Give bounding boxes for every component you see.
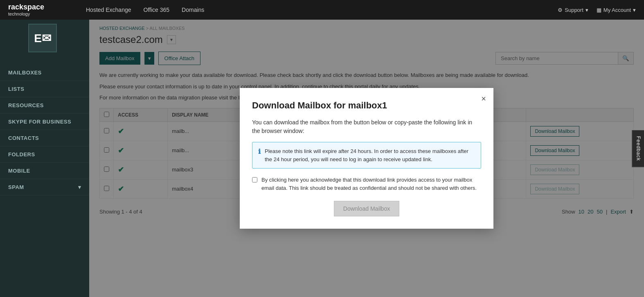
nav-office365[interactable]: Office 365 xyxy=(144,7,170,13)
sidebar-navigation: MAILBOXES LISTS RESOURCES SKYPE FOR BUSI… xyxy=(0,65,89,196)
nav-hosted-exchange[interactable]: Hosted Exchange xyxy=(86,7,131,13)
account-icon: ▦ xyxy=(597,7,601,13)
acknowledge-label[interactable]: By clicking here you acknowledge that th… xyxy=(261,176,481,192)
brand-logo: rackspace technology xyxy=(8,3,74,16)
account-menu[interactable]: ▦ My Account ▾ xyxy=(597,7,636,13)
sidebar-item-resources[interactable]: RESOURCES xyxy=(0,97,89,114)
chevron-down-icon: ▾ xyxy=(585,7,588,13)
modal-title: Download Mailbox for mailbox1 xyxy=(252,100,481,111)
chevron-down-icon: ▾ xyxy=(78,184,81,190)
support-icon: ⚙ xyxy=(558,7,563,13)
sidebar-item-skype[interactable]: SKYPE FOR BUSINESS xyxy=(0,114,89,130)
sidebar-item-mobile[interactable]: MOBILE xyxy=(0,163,89,179)
top-navigation: rackspace technology Hosted Exchange Off… xyxy=(0,0,644,20)
nav-domains[interactable]: Domains xyxy=(182,7,204,13)
sidebar-item-spam[interactable]: SPAM ▾ xyxy=(0,179,89,196)
product-logo: E✉ xyxy=(28,24,61,56)
main-nav-links: Hosted Exchange Office 365 Domains xyxy=(86,7,545,13)
acknowledge-checkbox[interactable] xyxy=(252,177,257,182)
info-box-text: Please note this link will expire after … xyxy=(265,147,475,163)
modal-overlay[interactable]: × Download Mailbox for mailbox1 You can … xyxy=(89,20,644,297)
nav-right-area: ⚙ Support ▾ ▦ My Account ▾ xyxy=(558,7,636,13)
modal-description: You can download the mailbox from the bu… xyxy=(252,118,481,135)
chevron-down-icon: ▾ xyxy=(633,7,636,13)
main-content: HOSTED EXCHANGE > ALL MAILBOXES testcase… xyxy=(89,20,644,297)
exchange-icon: E✉ xyxy=(34,32,51,45)
sidebar-item-folders[interactable]: FOLDERS xyxy=(0,146,89,163)
download-mailbox-modal: × Download Mailbox for mailbox1 You can … xyxy=(240,88,493,229)
modal-footer: Download Mailbox xyxy=(252,201,481,216)
brand-name: rackspace technology xyxy=(8,3,44,16)
info-box: ℹ Please note this link will expire afte… xyxy=(252,142,481,169)
modal-download-button[interactable]: Download Mailbox xyxy=(334,201,399,216)
support-menu[interactable]: ⚙ Support ▾ xyxy=(558,7,588,13)
acknowledge-checkbox-row: By clicking here you acknowledge that th… xyxy=(252,176,481,192)
page-layout: E✉ MAILBOXES LISTS RESOURCES SKYPE FOR B… xyxy=(0,20,644,297)
sidebar: E✉ MAILBOXES LISTS RESOURCES SKYPE FOR B… xyxy=(0,20,89,297)
modal-close-button[interactable]: × xyxy=(481,94,486,104)
sidebar-item-lists[interactable]: LISTS xyxy=(0,81,89,97)
feedback-tab[interactable]: Feedback xyxy=(632,130,644,167)
sidebar-item-contacts[interactable]: CONTACTS xyxy=(0,130,89,146)
sidebar-item-mailboxes[interactable]: MAILBOXES xyxy=(0,65,89,81)
info-icon: ℹ xyxy=(258,148,261,155)
